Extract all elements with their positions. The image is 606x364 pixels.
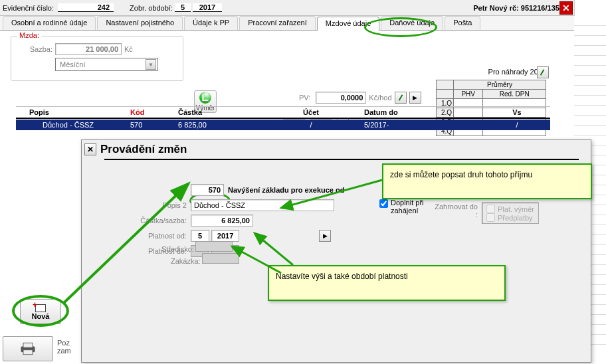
compensation-caption: Pro náhrady 2017 [436, 68, 546, 76]
col-ucet: Účet [258, 108, 364, 116]
include-prepay: Předplatby [486, 213, 534, 222]
col-phv: PHV [454, 90, 483, 99]
fill-on-start-input[interactable] [379, 199, 388, 208]
tab-personal[interactable]: Osobní a rodinné údaje [3, 16, 96, 30]
pv-unit: Kč/hod [369, 94, 391, 102]
print-button[interactable] [3, 336, 53, 361]
refresh-icon [199, 92, 211, 104]
center-value [195, 241, 233, 252]
tab-mail[interactable]: Pošta [445, 16, 480, 30]
col-vs: Vs [484, 108, 550, 116]
col-popis: Popis [16, 108, 130, 116]
popis2-input[interactable]: Důchod - ČSSZ [191, 199, 334, 211]
cell-kod: 570 [130, 121, 178, 129]
pv-next-button[interactable]: ▶ [409, 92, 421, 104]
tab-insurance[interactable]: Nastavení pojistného [97, 16, 183, 30]
pv-value[interactable]: 0,0000 [316, 92, 366, 104]
valid-from-label: Platnost od: [135, 232, 187, 240]
tab-work[interactable]: Pracovní zařazení [239, 16, 316, 30]
col-kod: Kód [130, 108, 178, 116]
popis2-label: Popis 2 [135, 201, 187, 209]
wage-groupbox: Mzda: Sazba: 21 000,00 Kč Měsíční ▼ [11, 36, 183, 81]
col-datum: Datum do [364, 108, 484, 116]
display-period-label: Zobr. období: [130, 4, 173, 12]
col-castka: Částka [178, 108, 258, 116]
edit-dialog: ✕ Provádění změn 570 Navýšení základu pr… [81, 139, 591, 363]
dialog-close-button[interactable]: ✕ [84, 143, 96, 155]
code-description: Navýšení základu pro exekuce od [228, 186, 344, 194]
valid-from-next-button[interactable]: ▶ [319, 230, 331, 242]
order-value [202, 253, 239, 264]
cell-vs: / [484, 121, 550, 129]
tab-pp[interactable]: Údaje k PP [184, 16, 238, 30]
amount-input[interactable]: 6 825,00 [191, 215, 253, 227]
cell-popis: Důchod - ČSSZ [16, 121, 130, 129]
valid-from-month[interactable]: 5 [191, 230, 209, 242]
pv-edit-icon[interactable] [395, 92, 407, 104]
wage-group-title: Mzda: [17, 31, 42, 39]
rate-value[interactable]: 21 000,00 [55, 43, 122, 55]
chevron-down-icon[interactable]: ▼ [146, 59, 156, 70]
center-label: Středisko: [161, 245, 194, 253]
cell-castka: 6 825,00 [178, 121, 258, 129]
valid-from-year[interactable]: 2017 [211, 230, 239, 242]
display-period-year: 2017 [193, 3, 222, 12]
amount-label: Částka/sazba: [135, 217, 187, 225]
svg-rect-5 [23, 343, 33, 347]
period-value: Měsíční [60, 60, 86, 68]
tab-wage[interactable]: Mzdové údaje [317, 17, 380, 31]
evidence-number-value: 242 [58, 3, 114, 12]
tooltip-description: zde si můžete popsat druh tohoto příjmu [382, 163, 592, 199]
include-label: Zahrnovat do : [431, 203, 478, 224]
tab-tax[interactable]: Daňové údaje [381, 16, 443, 30]
evidence-number-label: Evidenční číslo: [3, 4, 54, 12]
cell-ucet: / [258, 121, 364, 129]
col-reddpn: Red. DPN [483, 90, 546, 99]
printer-icon [19, 341, 37, 356]
new-button-label: Nová [32, 312, 50, 320]
new-icon [34, 303, 47, 312]
new-button[interactable]: Nová [20, 299, 61, 324]
fill-on-start-checkbox[interactable]: Doplnit při zahájení [379, 199, 437, 215]
display-period-month: 5 [175, 3, 191, 12]
averages-header: Průměry [454, 80, 546, 90]
dialog-title: Provádění změn [100, 143, 187, 156]
grid-header: Popis Kód Částka Účet Datum do Vs [16, 106, 550, 119]
note-fragment: Poz zam [57, 339, 71, 355]
tooltip-amount-period: Nastavíte výši a také období platnosti [268, 265, 506, 301]
rate-unit: Kč [124, 45, 133, 53]
order-label: Zakázka: [171, 257, 201, 265]
code-input[interactable]: 570 [191, 184, 224, 196]
svg-rect-6 [23, 350, 33, 355]
fill-on-start-label: Doplnit při zahájení [391, 199, 437, 215]
rate-label: Sazba: [19, 45, 52, 53]
compensation-edit-icon[interactable] [537, 66, 549, 78]
include-payorder: Plat. výměr [486, 205, 534, 213]
period-dropdown[interactable]: Měsíční ▼ [55, 58, 158, 71]
pv-label: PV: [299, 94, 310, 102]
person-name-id: Petr Nový rč: 951216/1358 [473, 4, 563, 12]
close-button[interactable]: ✕ [559, 1, 573, 15]
cell-datum: 5/2017- [364, 121, 484, 129]
main-tabs: Osobní a rodinné údaje Nastavení pojistn… [0, 16, 606, 31]
grid-row-selected[interactable]: Důchod - ČSSZ 570 6 825,00 / 5/2017- / [16, 120, 550, 130]
